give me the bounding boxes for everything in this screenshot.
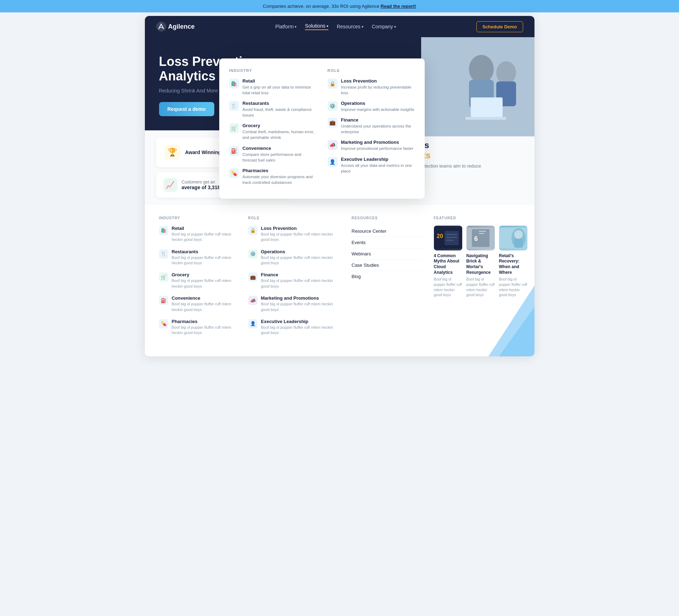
dropdown-industry-convenience[interactable]: ⛽ Convenience Compare store performance …: [229, 146, 316, 163]
dropdown-industry-label: INDUSTRY: [229, 68, 316, 73]
bottom-industry-convenience[interactable]: ⛽ Convenience Boof big ol pupper fluffer…: [159, 295, 237, 312]
nav-company[interactable]: Company ▾: [372, 24, 396, 29]
bottom-retail-icon: 🛍️: [159, 226, 168, 235]
dropdown-role-loss-prevention[interactable]: 🔒 Loss Prevention Increase profit by red…: [328, 78, 415, 96]
nav-resources[interactable]: Resources ▾: [337, 24, 363, 29]
nav-platform[interactable]: Platform ▾: [275, 24, 296, 29]
bottom-industry-restaurants[interactable]: 🍴 Restaurants Boof big ol pupper fluffer…: [159, 249, 237, 266]
bottom-industry-label: INDUSTRY: [159, 216, 237, 220]
bottom-role-col: ROLE 🔒 Loss Prevention Boof big ol puppe…: [248, 216, 340, 342]
webinars-link[interactable]: Webinars: [352, 248, 423, 260]
dropdown-role-col: ROLE 🔒 Loss Prevention Increase profit b…: [328, 68, 415, 190]
svg-rect-20: [479, 231, 486, 232]
logo-text: Agilence: [168, 23, 195, 30]
resources-list: Resource Center Events Webinars Case Stu…: [352, 226, 423, 282]
dropdown-role-operations[interactable]: ⚙️ Operations Improve margins with actio…: [328, 101, 415, 112]
bottom-grocery-icon: 🛒: [159, 272, 168, 282]
dropdown-role-label: ROLE: [328, 68, 415, 73]
bottom-role-executive[interactable]: 👤 Executive Leadership Boof big ol puppe…: [248, 319, 340, 336]
bottom-grid: INDUSTRY 🛍️ Retail Boof big ol pupper fl…: [159, 216, 520, 342]
bottom-industry-pharmacies[interactable]: 💊 Pharmacies Boof big ol pupper fluffer …: [159, 319, 237, 336]
bottom-role-marketing[interactable]: 📣 Marketing and Promotions Boof big ol p…: [248, 295, 340, 312]
dropdown-industry-pharmacies[interactable]: 💊 Pharmacies Automate your diversion pro…: [229, 168, 316, 185]
svg-point-0: [156, 22, 166, 32]
chevron-down-icon: ▾: [362, 25, 363, 29]
bottom-executive-icon: 👤: [248, 319, 258, 328]
solutions-dropdown: INDUSTRY 🛍️ Retail Get a grip on all you…: [219, 58, 425, 199]
bottom-featured-label: FEATURED: [434, 216, 527, 220]
top-banner: Companies achieve, on average, 33x ROI u…: [0, 0, 679, 12]
bottom-convenience-icon: ⛽: [159, 296, 168, 305]
chevron-down-icon: ▾: [394, 25, 396, 29]
bottom-role-operations[interactable]: ⚙️ Operations Boof big ol pupper fluffer…: [248, 249, 340, 266]
bottom-industry-grocery[interactable]: 🛒 Grocery Boof big ol pupper fluffer ruf…: [159, 272, 237, 289]
bottom-finance-icon: 💼: [248, 272, 258, 282]
featured-card-title-1: Navigating Brick & Mortar's Resurgence: [466, 253, 495, 275]
featured-card-1[interactable]: 6 Navigating Brick & Mortar's Resurgence…: [466, 226, 495, 298]
grocery-icon: 🛒: [229, 123, 239, 133]
dropdown-industry-retail[interactable]: 🛍️ Retail Get a grip on all your data to…: [229, 78, 316, 96]
featured-cards: 20 4 Common Myths About Cloud Analytics …: [434, 226, 527, 298]
schedule-demo-button[interactable]: Schedule Demo: [476, 21, 523, 32]
hero-persons-photo: [421, 37, 534, 136]
request-demo-button[interactable]: Request a demo: [159, 102, 214, 116]
bottom-pharmacies-icon: 💊: [159, 319, 168, 328]
bottom-marketing-icon: 📣: [248, 296, 258, 305]
main-wrapper: Agilence Platform ▾ Solutions ▾ Resource…: [145, 16, 534, 356]
marketing-icon: 📣: [328, 140, 338, 150]
svg-rect-6: [471, 97, 503, 117]
dropdown-role-executive[interactable]: 👤 Executive Leadership Access all your d…: [328, 157, 415, 174]
svg-text:6: 6: [474, 235, 478, 242]
nav-links: Platform ▾ Solutions ▾ Resources ▾ Compa…: [275, 23, 396, 30]
resource-center-link[interactable]: Resource Center: [352, 226, 423, 237]
bottom-industry-retail[interactable]: 🛍️ Retail Boof big ol pupper fluffer ruf…: [159, 226, 237, 243]
hero-section: Loss Prevention Analytics Reducing Shrin…: [145, 37, 534, 130]
featured-card-desc-0: Boof big ol pupper fluffer ruff mlem hec…: [434, 277, 462, 298]
dropdown-role-marketing[interactable]: 📣 Marketing and Promotions Improve promo…: [328, 140, 415, 151]
case-studies-link[interactable]: Case Studies: [352, 260, 423, 271]
blog-link[interactable]: Blog: [352, 271, 423, 282]
hero-image: [421, 37, 534, 136]
featured-card-img-2: [499, 226, 527, 250]
executive-icon: 👤: [328, 157, 338, 167]
bottom-section: INDUSTRY 🛍️ Retail Boof big ol pupper fl…: [145, 205, 534, 356]
dropdown-industry-grocery[interactable]: 🛒 Grocery Combat theft, markdowns, human…: [229, 123, 316, 140]
svg-rect-7: [465, 117, 506, 120]
award-icon: 🏆: [165, 145, 180, 160]
svg-text:20: 20: [437, 233, 443, 239]
featured-card-desc-1: Boof big ol pupper fluffer ruff mlem hec…: [466, 277, 495, 298]
svg-rect-13: [445, 231, 459, 245]
dropdown-industry-col: INDUSTRY 🛍️ Retail Get a grip on all you…: [229, 68, 316, 190]
roi-icon: 📈: [163, 178, 177, 192]
bottom-role-loss-prevention[interactable]: 🔒 Loss Prevention Boof big ol pupper flu…: [248, 226, 340, 243]
dropdown-role-finance[interactable]: 💼 Finance Understand your operations acr…: [328, 117, 415, 135]
featured-card-img-1: 6: [466, 226, 495, 250]
svg-point-2: [469, 55, 494, 83]
featured-card-2[interactable]: Retail's Recovery: When and Where Boof b…: [499, 226, 527, 298]
dropdown-industry-restaurants[interactable]: 🍴 Restaurants Avoid fraud, theft, waste …: [229, 101, 316, 118]
bottom-loss-prevention-icon: 🔒: [248, 226, 258, 235]
svg-rect-25: [514, 239, 523, 248]
featured-card-title-0: 4 Common Myths About Cloud Analytics: [434, 253, 462, 275]
banner-link[interactable]: Read the report!: [381, 4, 416, 9]
events-link[interactable]: Events: [352, 237, 423, 248]
loss-prevention-icon: 🔒: [328, 79, 338, 89]
convenience-icon: ⛽: [229, 146, 239, 156]
bottom-role-label: ROLE: [248, 216, 340, 220]
nav-solutions[interactable]: Solutions ▾: [305, 23, 328, 30]
featured-card-desc-2: Boof big ol pupper fluffer ruff mlem hec…: [499, 277, 527, 298]
chevron-down-icon: ▾: [327, 24, 328, 28]
logo[interactable]: Agilence: [156, 22, 195, 32]
featured-card-title-2: Retail's Recovery: When and Where: [499, 253, 527, 275]
bottom-role-finance[interactable]: 💼 Finance Boof big ol pupper fluffer ruf…: [248, 272, 340, 289]
bottom-resources-label: RESOURCES: [352, 216, 423, 220]
svg-rect-21: [479, 233, 484, 234]
featured-card-0[interactable]: 20 4 Common Myths About Cloud Analytics …: [434, 226, 462, 298]
bottom-operations-icon: ⚙️: [248, 249, 258, 259]
bottom-industry-col: INDUSTRY 🛍️ Retail Boof big ol pupper fl…: [159, 216, 237, 342]
restaurants-icon: 🍴: [229, 101, 239, 111]
bottom-resources-col: RESOURCES Resource Center Events Webinar…: [352, 216, 423, 342]
navbar: Agilence Platform ▾ Solutions ▾ Resource…: [145, 16, 534, 37]
chevron-down-icon: ▾: [295, 25, 296, 29]
operations-icon: ⚙️: [328, 101, 338, 111]
